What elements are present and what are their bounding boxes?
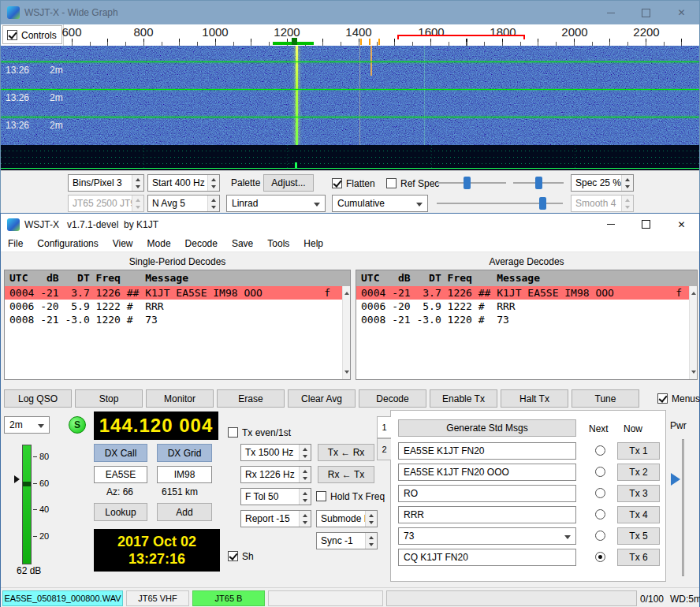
tx-3-radio[interactable]	[595, 488, 605, 498]
tx-1-radio[interactable]	[595, 445, 605, 456]
decode-row[interactable]: 0006 -20 5.9 1222 # RRR	[5, 300, 342, 313]
tab-1[interactable]: 1	[377, 416, 391, 438]
ref-spec-checkbox[interactable]: Ref Spec	[386, 177, 439, 189]
menu-save[interactable]: Save	[225, 235, 260, 251]
tx-6-button[interactable]: Tx 6	[617, 549, 660, 566]
bins-pixel-spinner[interactable]: Bins/Pixel 3	[68, 174, 144, 192]
tx-message-6-input[interactable]: CQ K1JT FN20	[398, 549, 576, 566]
menu-help[interactable]: Help	[296, 235, 330, 251]
clear-avg-button[interactable]: Clear Avg	[288, 389, 356, 408]
scroll-up-icon[interactable]	[344, 289, 349, 295]
average-decodes-panel[interactable]: UTC dB DT Freq Message 0004 -21 3.7 1226…	[356, 270, 698, 380]
close-icon[interactable]	[664, 1, 699, 24]
maximize-icon[interactable]	[628, 214, 664, 235]
f-tol-spinner[interactable]: F Tol 50	[240, 488, 311, 505]
tx-3-button[interactable]: Tx 3	[617, 485, 660, 502]
scrollbar[interactable]	[342, 286, 350, 379]
tx-message-3-input[interactable]: RO	[398, 485, 576, 502]
menu-decode[interactable]: Decode	[178, 235, 225, 251]
tab-2[interactable]: 2	[377, 438, 391, 460]
menus-checkbox[interactable]: Menus	[657, 393, 700, 404]
tx-message-1-input[interactable]: EA5SE K1JT FN20	[398, 442, 576, 460]
scrollbar[interactable]	[689, 286, 697, 379]
dx-grid-button[interactable]: DX Grid	[157, 444, 212, 462]
adjust-button[interactable]: Adjust...	[263, 174, 314, 192]
decode-row[interactable]: 0004 -21 3.7 1226 ## K1JT EA5SE IM98 OOO…	[5, 286, 342, 300]
palette-combobox[interactable]: Linrad	[226, 195, 326, 212]
minimize-icon[interactable]	[593, 214, 628, 235]
decode-row[interactable]: 0004 -21 3.7 1226 ## K1JT EA5SE IM98 OOO…	[356, 286, 689, 300]
tx-4-button[interactable]: Tx 4	[617, 506, 660, 523]
log-qso-button[interactable]: Log QSO	[4, 389, 72, 408]
tx-message-5-combobox[interactable]: 73	[398, 527, 576, 545]
minimize-icon[interactable]	[593, 1, 628, 24]
menu-mode[interactable]: Mode	[140, 235, 178, 251]
spinner-arrows-icon[interactable]	[621, 175, 633, 191]
tx-message-2-input[interactable]: EA5SE K1JT FN20 OOO	[398, 464, 576, 481]
display-mode-combobox[interactable]: Cumulative	[332, 195, 428, 212]
spinner-arrows-icon[interactable]	[207, 175, 219, 191]
menu-file[interactable]: File	[1, 235, 30, 251]
maximize-icon[interactable]	[628, 1, 664, 24]
decode-row[interactable]: 0008 -21 -3.0 1220 # 73	[5, 313, 342, 326]
tx-5-radio[interactable]	[595, 531, 605, 541]
dx-call-input[interactable]: EA5SE	[94, 466, 147, 483]
tx-4-radio[interactable]	[595, 509, 605, 519]
zero-slider[interactable]	[513, 174, 564, 192]
wide-graph-titlebar[interactable]: WSJT-X - Wide Graph	[1, 1, 699, 24]
hold-tx-freq-checkbox[interactable]: Hold Tx Freq	[316, 490, 385, 502]
dx-grid-input[interactable]: IM98	[157, 466, 212, 483]
enable-tx-button[interactable]: Enable Tx	[430, 389, 497, 408]
tx-from-rx-button[interactable]: Tx ← Rx	[318, 444, 374, 461]
spinner-arrows-icon[interactable]	[299, 467, 311, 482]
controls-checkbox[interactable]: Controls	[7, 29, 57, 41]
slider-handle-icon[interactable]	[535, 177, 542, 189]
dx-call-button[interactable]: DX Call	[94, 444, 147, 462]
spinner-arrows-icon[interactable]	[299, 445, 311, 460]
spinner-arrows-icon[interactable]	[207, 196, 219, 211]
rx-freq-spinner[interactable]: Rx 1226 Hz	[240, 466, 311, 483]
n-avg-spinner[interactable]: N Avg 5	[147, 195, 220, 212]
spinner-arrows-icon[interactable]	[299, 511, 311, 527]
spec-percent-spinner[interactable]: Spec 25 %	[571, 174, 634, 192]
pwr-slider-handle-icon[interactable]	[671, 473, 680, 486]
tx-even-checkbox[interactable]: Tx even/1st	[228, 426, 291, 438]
tx-freq-spinner[interactable]: Tx 1500 Hz	[240, 444, 311, 461]
menu-tools[interactable]: Tools	[260, 235, 296, 251]
brightness-slider[interactable]	[437, 195, 563, 212]
add-button[interactable]: Add	[157, 503, 212, 521]
band-combobox[interactable]: 2m	[4, 416, 50, 434]
rx-from-tx-button[interactable]: Rx ← Tx	[318, 466, 374, 483]
monitor-button[interactable]: Monitor	[146, 389, 214, 408]
scroll-up-icon[interactable]	[691, 289, 696, 295]
close-icon[interactable]	[664, 214, 699, 235]
menu-view[interactable]: View	[106, 235, 140, 251]
slider-handle-icon[interactable]	[464, 177, 471, 189]
slider-handle-icon[interactable]	[539, 197, 546, 210]
main-titlebar[interactable]: WSJT-X v1.7.1-devel by K1JT	[1, 214, 699, 235]
spinner-arrows-icon[interactable]	[132, 175, 143, 191]
tx-2-radio[interactable]	[595, 467, 605, 477]
decode-button[interactable]: Decode	[359, 389, 426, 408]
erase-button[interactable]: Erase	[217, 389, 285, 408]
tx-message-4-input[interactable]: RRR	[398, 506, 576, 523]
tune-button[interactable]: Tune	[572, 389, 639, 408]
scroll-down-icon[interactable]	[691, 371, 696, 376]
pwr-slider[interactable]	[682, 439, 684, 576]
single-period-decodes-panel[interactable]: UTC dB DT Freq Message 0004 -21 3.7 1226…	[4, 270, 351, 380]
tx-2-button[interactable]: Tx 2	[617, 464, 660, 481]
spinner-arrows-icon[interactable]	[299, 489, 311, 505]
lookup-button[interactable]: Lookup	[94, 503, 147, 521]
halt-tx-button[interactable]: Halt Tx	[501, 389, 568, 408]
waterfall-display[interactable]: 13:26 2m 13:26 2m 13:26 2m	[1, 46, 699, 145]
decode-row[interactable]: 0006 -20 5.9 1222 # RRR	[356, 300, 689, 313]
start-freq-spinner[interactable]: Start 400 Hz	[147, 174, 220, 192]
menu-configurations[interactable]: Configurations	[30, 235, 105, 251]
tx-6-radio[interactable]	[595, 552, 605, 562]
spinner-arrows-icon[interactable]	[365, 511, 377, 527]
spinner-arrows-icon[interactable]	[365, 533, 377, 549]
scroll-down-icon[interactable]	[344, 371, 349, 376]
generate-std-msgs-button[interactable]: Generate Std Msgs	[398, 419, 576, 437]
report-spinner[interactable]: Report -15	[240, 510, 311, 527]
sync-spinner[interactable]: Sync -1	[316, 532, 378, 549]
